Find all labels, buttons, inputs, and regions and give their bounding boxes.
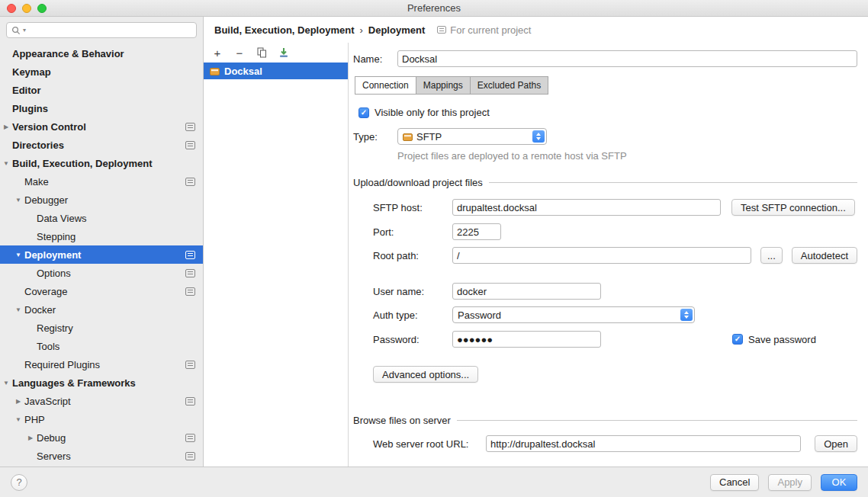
expanded-arrow-icon[interactable]: ▼ <box>12 252 24 258</box>
sidebar-item-editor[interactable]: Editor <box>0 81 203 99</box>
visible-checkbox-row: Visible only for this project <box>358 107 857 118</box>
minimize-window-button[interactable] <box>22 4 31 13</box>
copy-icon[interactable] <box>256 46 268 59</box>
breadcrumb-part-parent[interactable]: Build, Execution, Deployment <box>214 24 354 36</box>
root-path-input[interactable] <box>452 247 751 264</box>
sidebar-item-debug[interactable]: ▶Debug <box>0 428 203 447</box>
tab-connection[interactable]: Connection <box>355 76 416 95</box>
content-area: Build, Execution, Deployment › Deploymen… <box>204 17 868 467</box>
sidebar-item-coverage[interactable]: Coverage <box>0 282 203 300</box>
expanded-arrow-icon[interactable]: ▼ <box>12 416 24 423</box>
deployment-tabs: Connection Mappings Excluded Paths <box>355 76 857 95</box>
remove-icon[interactable]: − <box>233 46 246 59</box>
sidebar-item-debugger[interactable]: ▼Debugger <box>0 191 203 209</box>
sidebar-item-languages-frameworks[interactable]: ▼Languages & Frameworks <box>0 374 203 392</box>
sidebar-item-label: Directories <box>12 139 64 151</box>
server-list: Docksal <box>204 63 348 467</box>
tab-excluded-paths[interactable]: Excluded Paths <box>471 76 548 95</box>
sidebar-item-version-control[interactable]: ▶Version Control <box>0 117 203 136</box>
breadcrumb-separator-icon: › <box>359 24 362 36</box>
add-icon[interactable]: + <box>211 46 223 59</box>
sidebar-item-build-execution-deployment[interactable]: ▼Build, Execution, Deployment <box>0 154 203 172</box>
sidebar-item-label: PHP <box>24 414 45 425</box>
browse-root-button[interactable]: ... <box>760 247 783 264</box>
sidebar-item-servers[interactable]: Servers <box>0 447 203 465</box>
server-list-item-docksal[interactable]: Docksal <box>204 63 348 79</box>
user-name-row: User name: <box>373 283 857 300</box>
sidebar-item-label: Options <box>37 268 71 279</box>
window-title: Preferences <box>407 2 461 14</box>
sidebar-item-plugins[interactable]: Plugins <box>0 99 203 117</box>
sidebar-item-tools[interactable]: Tools <box>0 337 203 355</box>
sidebar-item-label: Coverage <box>24 286 67 297</box>
name-input[interactable] <box>397 50 857 67</box>
sidebar-item-label: Data Views <box>37 213 87 224</box>
sidebar-item-required-plugins[interactable]: Required Plugins <box>0 355 203 374</box>
sidebar-item-make[interactable]: Make <box>0 172 203 191</box>
sidebar-item-keymap[interactable]: Keymap <box>0 63 203 81</box>
port-row: Port: <box>373 223 857 240</box>
expanded-arrow-icon[interactable]: ▼ <box>12 306 24 313</box>
sidebar-item-label: Version Control <box>12 121 86 133</box>
search-field[interactable]: ▾ <box>6 22 197 38</box>
sidebar-item-options[interactable]: Options <box>0 264 203 282</box>
close-window-button[interactable] <box>7 4 16 13</box>
sidebar-item-deployment[interactable]: ▼Deployment <box>0 245 203 264</box>
test-sftp-connection-button[interactable]: Test SFTP connection... <box>731 199 855 216</box>
sync-icon[interactable] <box>278 46 290 59</box>
collapsed-arrow-icon[interactable]: ▶ <box>12 398 24 405</box>
expanded-arrow-icon[interactable]: ▼ <box>0 380 12 386</box>
autodetect-button[interactable]: Autodetect <box>792 247 857 264</box>
expanded-arrow-icon[interactable]: ▼ <box>12 197 24 204</box>
sidebar-item-docker[interactable]: ▼Docker <box>0 300 203 319</box>
open-button[interactable]: Open <box>815 435 857 452</box>
web-root-input[interactable] <box>486 435 801 452</box>
project-settings-icon <box>185 452 195 460</box>
sftp-host-row: SFTP host: Test SFTP connection... <box>373 199 857 216</box>
sidebar-item-registry[interactable]: Registry <box>0 319 203 337</box>
project-settings-icon <box>185 178 195 186</box>
project-settings-icon <box>185 361 195 369</box>
password-input[interactable] <box>452 331 601 348</box>
dialog-footer: ? Cancel Apply OK <box>0 467 868 497</box>
sidebar-item-javascript[interactable]: ▶JavaScript <box>0 392 203 410</box>
advanced-options-row: Advanced options... <box>373 366 857 383</box>
tab-mappings[interactable]: Mappings <box>416 76 471 95</box>
port-input[interactable] <box>452 223 501 240</box>
project-settings-icon <box>185 269 195 277</box>
collapsed-arrow-icon[interactable]: ▶ <box>24 434 37 441</box>
auth-type-dropdown[interactable]: Password <box>452 306 695 323</box>
advanced-options-button[interactable]: Advanced options... <box>373 366 478 383</box>
expanded-arrow-icon[interactable]: ▼ <box>0 160 12 167</box>
cancel-button[interactable]: Cancel <box>710 474 759 491</box>
server-list-toolbar: + − <box>204 43 348 63</box>
search-input[interactable] <box>28 25 191 36</box>
apply-button[interactable]: Apply <box>768 474 812 491</box>
sidebar-item-stepping[interactable]: Stepping <box>0 227 203 245</box>
web-root-label: Web server root URL: <box>373 438 486 450</box>
scope-label: For current project <box>450 24 531 36</box>
sidebar-item-directories[interactable]: Directories <box>0 136 203 154</box>
breadcrumb-part-current: Deployment <box>368 24 425 36</box>
collapsed-arrow-icon[interactable]: ▶ <box>0 123 12 130</box>
sidebar-item-data-views[interactable]: Data Views <box>0 209 203 227</box>
help-button[interactable]: ? <box>11 474 27 491</box>
sftp-host-input[interactable] <box>452 199 721 216</box>
sftp-server-icon <box>210 66 220 76</box>
sidebar-item-appearance-behavior[interactable]: Appearance & Behavior <box>0 44 203 63</box>
user-name-input[interactable] <box>452 283 601 300</box>
project-settings-icon <box>185 287 195 296</box>
server-list-panel: + − <box>204 43 349 467</box>
upload-section-label: Upload/download project files <box>353 177 483 188</box>
type-label: Type: <box>353 131 397 143</box>
search-options-chevron-icon[interactable]: ▾ <box>23 27 26 34</box>
zoom-window-button[interactable] <box>37 4 47 13</box>
visible-only-checkbox[interactable] <box>358 107 369 118</box>
sidebar-item-php[interactable]: ▼PHP <box>0 410 203 428</box>
sidebar-item-label: Required Plugins <box>24 359 100 370</box>
sidebar-item-label: Languages & Frameworks <box>12 377 136 389</box>
browse-section-header: Browse files on server <box>353 415 857 426</box>
type-dropdown[interactable]: SFTP <box>397 128 547 145</box>
save-password-checkbox[interactable] <box>732 334 743 345</box>
ok-button[interactable]: OK <box>821 474 857 491</box>
